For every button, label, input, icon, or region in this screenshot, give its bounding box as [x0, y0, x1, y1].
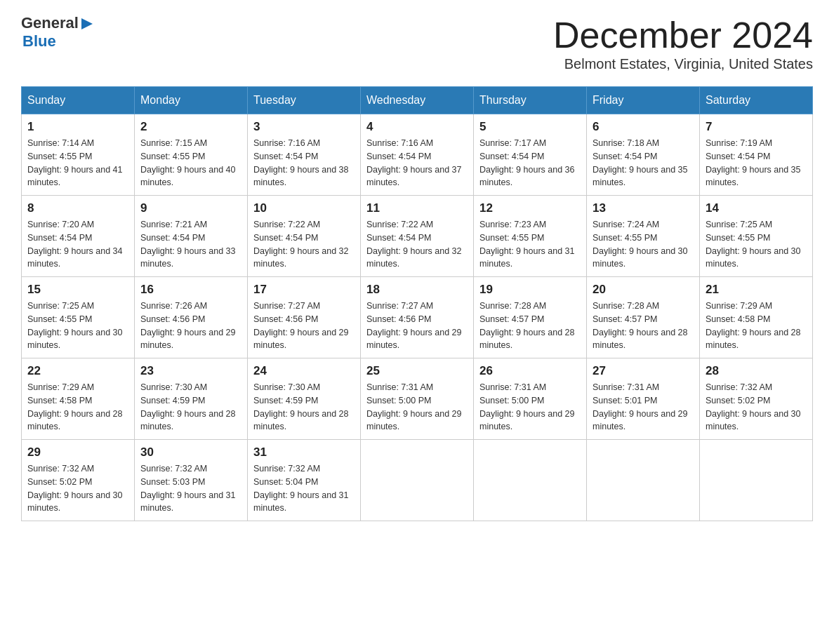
calendar-cell: 18Sunrise: 7:27 AMSunset: 4:56 PMDayligh…: [361, 277, 474, 358]
calendar-cell: 15Sunrise: 7:25 AMSunset: 4:55 PMDayligh…: [22, 277, 135, 358]
calendar-cell: 14Sunrise: 7:25 AMSunset: 4:55 PMDayligh…: [700, 196, 813, 277]
page-header: General Blue December 2024 Belmont Estat…: [21, 14, 813, 72]
logo: General Blue: [21, 14, 94, 51]
day-number: 13: [593, 201, 694, 215]
page-subtitle: Belmont Estates, Virginia, United States: [553, 56, 813, 72]
day-number: 14: [706, 201, 807, 215]
day-number: 25: [366, 364, 468, 378]
day-number: 17: [253, 283, 355, 297]
day-info: Sunrise: 7:24 AMSunset: 4:55 PMDaylight:…: [593, 218, 694, 271]
calendar-cell: 16Sunrise: 7:26 AMSunset: 4:56 PMDayligh…: [135, 277, 248, 358]
day-info: Sunrise: 7:18 AMSunset: 4:54 PMDaylight:…: [593, 137, 694, 189]
day-info: Sunrise: 7:21 AMSunset: 4:54 PMDaylight:…: [140, 218, 241, 271]
day-info: Sunrise: 7:28 AMSunset: 4:57 PMDaylight:…: [593, 300, 694, 352]
day-info: Sunrise: 7:32 AMSunset: 5:04 PMDaylight:…: [253, 462, 355, 515]
day-info: Sunrise: 7:26 AMSunset: 4:56 PMDaylight:…: [140, 300, 241, 352]
day-info: Sunrise: 7:15 AMSunset: 4:55 PMDaylight:…: [140, 137, 241, 189]
week-row-2: 8Sunrise: 7:20 AMSunset: 4:54 PMDaylight…: [22, 196, 813, 277]
day-info: Sunrise: 7:31 AMSunset: 5:00 PMDaylight:…: [479, 381, 581, 434]
calendar-cell: 23Sunrise: 7:30 AMSunset: 4:59 PMDayligh…: [135, 358, 248, 440]
day-info: Sunrise: 7:22 AMSunset: 4:54 PMDaylight:…: [253, 218, 355, 271]
day-info: Sunrise: 7:32 AMSunset: 5:02 PMDaylight:…: [706, 381, 807, 434]
day-number: 8: [27, 201, 128, 215]
day-number: 3: [253, 120, 355, 134]
day-number: 21: [706, 283, 807, 297]
logo-arrow-icon: [80, 17, 94, 31]
week-row-4: 22Sunrise: 7:29 AMSunset: 4:58 PMDayligh…: [22, 358, 813, 440]
calendar-cell: 3Sunrise: 7:16 AMSunset: 4:54 PMDaylight…: [248, 114, 361, 196]
calendar-table: SundayMondayTuesdayWednesdayThursdayFrid…: [21, 86, 813, 521]
day-info: Sunrise: 7:32 AMSunset: 5:02 PMDaylight:…: [27, 462, 128, 515]
day-number: 22: [27, 364, 128, 378]
calendar-cell: 13Sunrise: 7:24 AMSunset: 4:55 PMDayligh…: [587, 196, 700, 277]
calendar-cell: 2Sunrise: 7:15 AMSunset: 4:55 PMDaylight…: [135, 114, 248, 196]
day-info: Sunrise: 7:27 AMSunset: 4:56 PMDaylight:…: [366, 300, 468, 352]
header-wednesday: Wednesday: [361, 87, 474, 114]
calendar-cell: 4Sunrise: 7:16 AMSunset: 4:54 PMDaylight…: [361, 114, 474, 196]
calendar-cell: 28Sunrise: 7:32 AMSunset: 5:02 PMDayligh…: [700, 358, 813, 440]
svg-marker-0: [81, 18, 93, 29]
week-row-3: 15Sunrise: 7:25 AMSunset: 4:55 PMDayligh…: [22, 277, 813, 358]
day-number: 29: [27, 445, 128, 459]
calendar-cell: 20Sunrise: 7:28 AMSunset: 4:57 PMDayligh…: [587, 277, 700, 358]
day-info: Sunrise: 7:25 AMSunset: 4:55 PMDaylight:…: [706, 218, 807, 271]
calendar-cell: 17Sunrise: 7:27 AMSunset: 4:56 PMDayligh…: [248, 277, 361, 358]
week-row-1: 1Sunrise: 7:14 AMSunset: 4:55 PMDaylight…: [22, 114, 813, 196]
day-info: Sunrise: 7:16 AMSunset: 4:54 PMDaylight:…: [253, 137, 355, 189]
day-number: 27: [593, 364, 694, 378]
calendar-cell: 24Sunrise: 7:30 AMSunset: 4:59 PMDayligh…: [248, 358, 361, 440]
calendar-cell: 10Sunrise: 7:22 AMSunset: 4:54 PMDayligh…: [248, 196, 361, 277]
day-number: 2: [140, 120, 241, 134]
header-tuesday: Tuesday: [248, 87, 361, 114]
calendar-cell: 12Sunrise: 7:23 AMSunset: 4:55 PMDayligh…: [474, 196, 587, 277]
day-number: 10: [253, 201, 355, 215]
day-number: 19: [479, 283, 581, 297]
calendar-cell: 25Sunrise: 7:31 AMSunset: 5:00 PMDayligh…: [361, 358, 474, 440]
header-sunday: Sunday: [22, 87, 135, 114]
day-info: Sunrise: 7:31 AMSunset: 5:01 PMDaylight:…: [593, 381, 694, 434]
day-number: 23: [140, 364, 241, 378]
calendar-cell: 21Sunrise: 7:29 AMSunset: 4:58 PMDayligh…: [700, 277, 813, 358]
calendar-cell: 1Sunrise: 7:14 AMSunset: 4:55 PMDaylight…: [22, 114, 135, 196]
calendar-cell: 7Sunrise: 7:19 AMSunset: 4:54 PMDaylight…: [700, 114, 813, 196]
day-info: Sunrise: 7:32 AMSunset: 5:03 PMDaylight:…: [140, 462, 241, 515]
day-number: 30: [140, 445, 241, 459]
day-info: Sunrise: 7:17 AMSunset: 4:54 PMDaylight:…: [479, 137, 581, 189]
day-info: Sunrise: 7:16 AMSunset: 4:54 PMDaylight:…: [366, 137, 468, 189]
day-number: 1: [27, 120, 128, 134]
header-monday: Monday: [135, 87, 248, 114]
day-number: 9: [140, 201, 241, 215]
calendar-cell: 22Sunrise: 7:29 AMSunset: 4:58 PMDayligh…: [22, 358, 135, 440]
header-friday: Friday: [587, 87, 700, 114]
header-saturday: Saturday: [700, 87, 813, 114]
day-number: 31: [253, 445, 355, 459]
day-info: Sunrise: 7:23 AMSunset: 4:55 PMDaylight:…: [479, 218, 581, 271]
logo-blue-text: Blue: [22, 32, 94, 51]
day-info: Sunrise: 7:30 AMSunset: 4:59 PMDaylight:…: [253, 381, 355, 434]
calendar-cell: 29Sunrise: 7:32 AMSunset: 5:02 PMDayligh…: [22, 440, 135, 521]
day-info: Sunrise: 7:22 AMSunset: 4:54 PMDaylight:…: [366, 218, 468, 271]
day-info: Sunrise: 7:27 AMSunset: 4:56 PMDaylight:…: [253, 300, 355, 352]
day-number: 20: [593, 283, 694, 297]
day-number: 12: [479, 201, 581, 215]
calendar-cell: [361, 440, 474, 521]
calendar-cell: [700, 440, 813, 521]
calendar-cell: 6Sunrise: 7:18 AMSunset: 4:54 PMDaylight…: [587, 114, 700, 196]
calendar-cell: 11Sunrise: 7:22 AMSunset: 4:54 PMDayligh…: [361, 196, 474, 277]
title-area: December 2024 Belmont Estates, Virginia,…: [553, 14, 813, 72]
calendar-cell: 9Sunrise: 7:21 AMSunset: 4:54 PMDaylight…: [135, 196, 248, 277]
calendar-cell: [474, 440, 587, 521]
week-row-5: 29Sunrise: 7:32 AMSunset: 5:02 PMDayligh…: [22, 440, 813, 521]
day-number: 24: [253, 364, 355, 378]
day-info: Sunrise: 7:30 AMSunset: 4:59 PMDaylight:…: [140, 381, 241, 434]
day-number: 26: [479, 364, 581, 378]
page-title: December 2024: [553, 14, 813, 56]
day-info: Sunrise: 7:31 AMSunset: 5:00 PMDaylight:…: [366, 381, 468, 434]
day-info: Sunrise: 7:28 AMSunset: 4:57 PMDaylight:…: [479, 300, 581, 352]
day-info: Sunrise: 7:29 AMSunset: 4:58 PMDaylight:…: [706, 300, 807, 352]
calendar-cell: 19Sunrise: 7:28 AMSunset: 4:57 PMDayligh…: [474, 277, 587, 358]
day-number: 16: [140, 283, 241, 297]
day-number: 11: [366, 201, 468, 215]
day-info: Sunrise: 7:29 AMSunset: 4:58 PMDaylight:…: [27, 381, 128, 434]
day-info: Sunrise: 7:19 AMSunset: 4:54 PMDaylight:…: [706, 137, 807, 189]
